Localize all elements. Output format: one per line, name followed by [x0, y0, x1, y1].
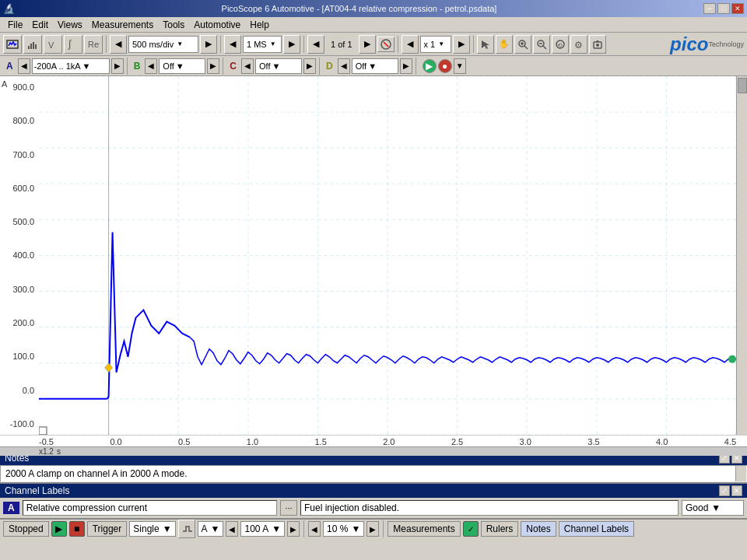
percent-prev-btn[interactable]: ◀	[308, 521, 321, 537]
ch-a-prev[interactable]: ◀	[18, 58, 30, 74]
close-button[interactable]: ✕	[731, 3, 744, 14]
channel-label-input[interactable]: Relative compression current	[23, 500, 277, 516]
pico-logo-subtext: Technology	[708, 40, 744, 48]
menu-help[interactable]: Help	[245, 18, 274, 32]
menu-views[interactable]: Views	[53, 18, 87, 32]
separator5	[473, 36, 474, 53]
notes-btn[interactable]: Notes	[521, 521, 556, 537]
rulers-btn[interactable]: Rulers	[481, 521, 519, 537]
buffer-dropdown[interactable]: 1 MS ▼	[243, 36, 282, 53]
minimize-button[interactable]: ─	[703, 3, 716, 14]
run-btn[interactable]: ▶	[423, 59, 437, 73]
spectrum-icon-btn[interactable]	[23, 35, 42, 54]
channel-quality-dropdown[interactable]: Good ▼	[682, 500, 744, 516]
channel-labels-btn[interactable]: Channel Labels	[559, 521, 634, 537]
channel-labels-resize-btn[interactable]: ⤢	[719, 485, 730, 496]
page-next-btn[interactable]: ▶	[359, 35, 376, 54]
notes-content: 2000 A clamp on channel A in 2000 A mode…	[0, 465, 747, 482]
measurements-btn[interactable]: Measurements	[388, 521, 460, 537]
meter-icon-btn[interactable]: V	[44, 35, 62, 54]
current-next-btn[interactable]: ▶	[287, 521, 300, 537]
trigger-icon-btn[interactable]	[178, 520, 195, 538]
stop-status-btn[interactable]: ■	[69, 521, 85, 537]
page-prev-btn[interactable]: ◀	[307, 35, 324, 54]
trigger-mode-dropdown[interactable]: Single ▼	[129, 521, 175, 537]
separator2	[220, 36, 221, 53]
x-label-0: 0.0	[110, 437, 121, 446]
ch-d-state-dropdown[interactable]: Off ▼	[352, 58, 398, 74]
ch-b-state: Off	[163, 61, 174, 71]
zoom-dropdown[interactable]: x 1 ▼	[420, 36, 451, 53]
zoom-in-btn[interactable]	[514, 35, 531, 54]
channel-labels-close-btn[interactable]: ✕	[731, 485, 742, 496]
scrollbar-thumb[interactable]	[738, 78, 747, 93]
ch-c-state-dropdown[interactable]: Off ▼	[255, 58, 302, 74]
y-axis: A 900.0 800.0 700.0 600.0 500.0 400.0 30…	[0, 76, 39, 435]
ch-d-next[interactable]: ▶	[400, 58, 412, 74]
ch-a-next[interactable]: ▶	[111, 58, 124, 74]
notes-scrollbar[interactable]	[735, 466, 746, 481]
menu-tools[interactable]: Tools	[158, 18, 189, 32]
chart-scrollbar[interactable]	[736, 76, 747, 435]
channel-a-label: A	[3, 59, 16, 73]
channel-select-dropdown[interactable]: A ▼	[198, 521, 224, 537]
cursor-btn[interactable]	[477, 35, 494, 54]
ch-b-state-dropdown[interactable]: Off ▼	[159, 58, 205, 74]
buffer-prev-btn[interactable]: ◀	[224, 35, 241, 54]
buffer-next-btn[interactable]: ▶	[283, 35, 300, 54]
channel-label-dots-btn[interactable]: ···	[280, 500, 297, 516]
record-dropdown-btn[interactable]: ▼	[454, 58, 466, 74]
chart-svg-container[interactable]	[39, 76, 736, 435]
channel-labels-panel: Channel Labels ⤢ ✕ A Relative compressio…	[0, 482, 747, 518]
y-label-600: 600.0	[0, 184, 37, 193]
ch-b-next[interactable]: ▶	[207, 58, 219, 74]
percent-next-btn[interactable]: ▶	[366, 521, 379, 537]
x-label-15: 1.5	[314, 437, 326, 446]
menu-edit[interactable]: Edit	[27, 18, 53, 32]
zoom-next-btn[interactable]: ▶	[453, 35, 470, 54]
notes-text: 2000 A clamp on channel A in 2000 A mode…	[5, 468, 188, 479]
ch-sep3	[319, 58, 320, 75]
ch-a-range-dropdown[interactable]: -200A .. 1kA ▼	[32, 58, 110, 74]
separator3	[303, 36, 304, 53]
camera-btn[interactable]	[589, 35, 606, 54]
svg-rect-3	[33, 42, 34, 49]
current-dropdown[interactable]: 100 A ▼	[240, 521, 285, 537]
app-icon: 🔬	[3, 3, 15, 14]
pico-logo-text: pico	[670, 35, 708, 54]
time-next-btn[interactable]: ▶	[200, 35, 217, 54]
ch-c-next[interactable]: ▶	[303, 58, 316, 74]
current-prev-btn[interactable]: ◀	[226, 521, 238, 537]
svg-marker-10	[482, 40, 489, 49]
ch-c-prev[interactable]: ◀	[241, 58, 254, 74]
time-prev-btn[interactable]: ◀	[110, 35, 127, 54]
titlebar-controls: ─ □ ✕	[703, 3, 744, 14]
math-icon-btn[interactable]: ∫	[64, 35, 82, 54]
percent-value: 10 %	[327, 523, 348, 534]
zoom-out-btn[interactable]	[533, 35, 550, 54]
time-div-arrow: ▼	[177, 40, 183, 47]
play-btn[interactable]: ▶	[51, 521, 67, 537]
record-btn[interactable]: ●	[438, 59, 452, 73]
percent-dropdown[interactable]: 10 % ▼	[323, 521, 364, 537]
channel-description-input[interactable]: Fuel injection disabled.	[300, 500, 679, 516]
channel-labels-title: Channel Labels	[5, 485, 69, 496]
measurements-toggle[interactable]: ✓	[463, 521, 479, 537]
ch-b-prev[interactable]: ◀	[145, 58, 157, 74]
fit-btn[interactable]: ⟲	[552, 35, 569, 54]
settings-btn[interactable]: ⚙	[570, 35, 587, 54]
ref-icon-btn[interactable]: Ref	[84, 35, 103, 54]
restore-button[interactable]: □	[717, 3, 730, 14]
stop-btn[interactable]	[377, 37, 395, 52]
time-div-dropdown[interactable]: 500 ms/div ▼	[128, 36, 198, 53]
channel-labels-label: Channel Labels	[564, 523, 629, 534]
hand-btn[interactable]: ✋	[496, 35, 513, 54]
chart-inner: A 900.0 800.0 700.0 600.0 500.0 400.0 30…	[0, 76, 747, 435]
scope-icon-btn[interactable]	[3, 35, 22, 54]
ch-d-prev[interactable]: ◀	[338, 58, 350, 74]
menu-automotive[interactable]: Automotive	[189, 18, 245, 32]
menu-file[interactable]: File	[3, 18, 27, 32]
menu-measurements[interactable]: Measurements	[87, 18, 158, 32]
y-label-500: 500.0	[0, 217, 37, 226]
zoom-prev-btn[interactable]: ◀	[402, 35, 419, 54]
